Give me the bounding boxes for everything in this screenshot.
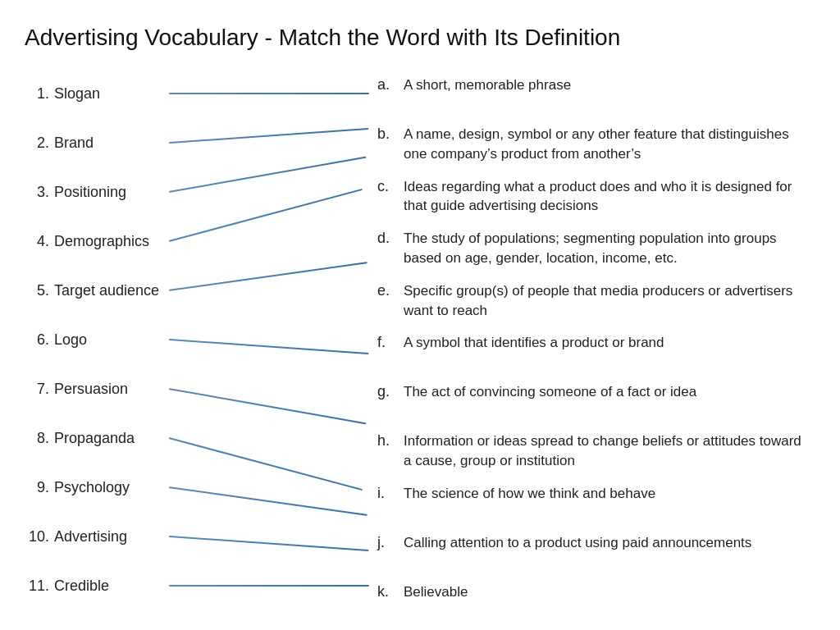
vocabulary-word: Advertising xyxy=(54,528,169,546)
definition-letter: k. xyxy=(377,582,404,600)
right-item: e. Specific group(s) of people that medi… xyxy=(377,281,807,321)
definition-text: A short, memorable phrase xyxy=(404,75,807,95)
definition-letter: f. xyxy=(377,333,404,351)
vocabulary-word: Propaganda xyxy=(54,430,169,447)
definition-letter: e. xyxy=(377,281,404,299)
definition-letter: c. xyxy=(377,177,404,195)
match-line-container xyxy=(169,184,369,200)
definition-text: A name, design, symbol or any other feat… xyxy=(404,125,807,164)
right-item: j. Calling attention to a product using … xyxy=(377,533,807,569)
vocabulary-word: Positioning xyxy=(54,184,169,201)
vocabulary-word: Logo xyxy=(54,331,169,349)
vocabulary-word: Persuasion xyxy=(54,381,169,398)
definition-text: Information or ideas spread to change be… xyxy=(404,431,807,471)
match-line-container xyxy=(169,233,369,249)
item-number: 10. xyxy=(25,528,54,546)
right-item: h. Information or ideas spread to change… xyxy=(377,431,807,471)
match-line-container xyxy=(169,578,369,594)
item-number: 9. xyxy=(25,479,54,496)
left-item: 1. Slogan xyxy=(25,75,369,112)
definition-text: Ideas regarding what a product does and … xyxy=(404,177,807,217)
item-number: 5. xyxy=(25,282,54,299)
match-line-container xyxy=(169,282,369,299)
definition-letter: i. xyxy=(377,484,404,502)
definition-text: A symbol that identifies a product or br… xyxy=(404,333,807,353)
page-title: Advertising Vocabulary - Match the Word … xyxy=(25,25,807,51)
vocabulary-word: Credible xyxy=(54,578,169,595)
left-item: 8. Propaganda xyxy=(25,420,369,456)
vocabulary-word: Slogan xyxy=(54,85,169,103)
item-number: 2. xyxy=(25,135,54,152)
item-number: 6. xyxy=(25,331,54,349)
match-line xyxy=(169,486,368,516)
left-column: 1. Slogan 2. Brand 3. Positioning 4. Dem… xyxy=(25,75,369,630)
left-item: 11. Credible xyxy=(25,568,369,604)
match-line-container xyxy=(169,528,369,545)
match-line xyxy=(169,585,369,587)
definition-letter: a. xyxy=(377,75,404,94)
match-line-container xyxy=(169,331,369,348)
match-line xyxy=(169,128,369,144)
left-item: 3. Positioning xyxy=(25,174,369,210)
match-line-container xyxy=(169,135,369,151)
item-number: 1. xyxy=(25,85,54,103)
definition-letter: d. xyxy=(377,229,404,247)
right-item: b. A name, design, symbol or any other f… xyxy=(377,125,807,164)
right-item: a. A short, memorable phrase xyxy=(377,75,807,112)
right-item: c. Ideas regarding what a product does a… xyxy=(377,177,807,217)
left-item: 7. Persuasion xyxy=(25,371,369,407)
right-item: g. The act of convincing someone of a fa… xyxy=(377,382,807,418)
vocabulary-word: Brand xyxy=(54,135,169,152)
left-item: 6. Logo xyxy=(25,322,369,358)
match-line xyxy=(169,536,369,551)
definition-text: Believable xyxy=(404,582,807,602)
vocabulary-word: Demographics xyxy=(54,233,169,250)
item-number: 7. xyxy=(25,381,54,398)
item-number: 8. xyxy=(25,430,54,447)
matching-exercise: 1. Slogan 2. Brand 3. Positioning 4. Dem… xyxy=(25,75,807,630)
left-item: 2. Brand xyxy=(25,125,369,161)
item-number: 3. xyxy=(25,184,54,201)
match-line-container xyxy=(169,479,369,495)
left-item: 4. Demographics xyxy=(25,223,369,259)
definition-letter: j. xyxy=(377,533,404,551)
right-column: a. A short, memorable phrase b. A name, … xyxy=(369,75,807,630)
match-line xyxy=(169,339,369,354)
left-item: 5. Target audience xyxy=(25,272,369,308)
right-item: f. A symbol that identifies a product or… xyxy=(377,333,807,369)
match-line-container xyxy=(169,381,369,397)
right-item: i. The science of how we think and behav… xyxy=(377,484,807,520)
match-line-container xyxy=(169,430,369,446)
item-number: 4. xyxy=(25,233,54,250)
match-line-container xyxy=(169,85,369,102)
definition-letter: b. xyxy=(377,125,404,143)
right-item: k. Believable xyxy=(377,582,807,619)
vocabulary-word: Target audience xyxy=(54,282,169,299)
definition-text: Specific group(s) of people that media p… xyxy=(404,281,807,321)
definition-text: The act of convincing someone of a fact … xyxy=(404,382,807,402)
definition-text: The study of populations; segmenting pop… xyxy=(404,229,807,268)
definition-letter: g. xyxy=(377,382,404,400)
item-number: 11. xyxy=(25,578,54,595)
match-line xyxy=(169,93,369,94)
left-item: 9. Psychology xyxy=(25,469,369,505)
match-line xyxy=(169,157,367,193)
right-item: d. The study of populations; segmenting … xyxy=(377,229,807,268)
match-line xyxy=(169,388,367,424)
match-line xyxy=(169,262,368,291)
definition-text: The science of how we think and behave xyxy=(404,484,807,504)
definition-text: Calling attention to a product using pai… xyxy=(404,533,807,553)
vocabulary-word: Psychology xyxy=(54,479,169,496)
definition-letter: h. xyxy=(377,431,404,450)
left-item: 10. Advertising xyxy=(25,518,369,555)
